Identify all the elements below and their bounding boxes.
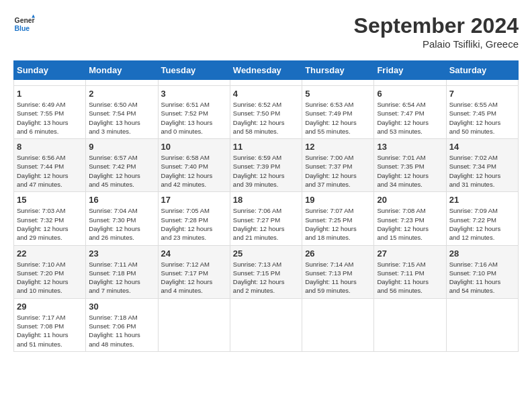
day-info: Sunrise: 7:00 AM Sunset: 7:37 PM Dayligh… xyxy=(305,153,371,189)
day-number: 11 xyxy=(233,142,299,152)
week-row-4: 15Sunrise: 7:03 AM Sunset: 7:32 PM Dayli… xyxy=(14,192,519,245)
svg-marker-2 xyxy=(32,15,35,18)
week-row-3: 8Sunrise: 6:56 AM Sunset: 7:44 PM Daylig… xyxy=(14,139,519,192)
day-info: Sunrise: 6:57 AM Sunset: 7:42 PM Dayligh… xyxy=(89,153,154,189)
column-header-friday: Friday xyxy=(374,61,446,80)
svg-text:Blue: Blue xyxy=(15,25,30,32)
day-number: 30 xyxy=(89,302,154,312)
calendar-cell: 26Sunrise: 7:14 AM Sunset: 7:13 PM Dayli… xyxy=(302,245,374,298)
column-header-wednesday: Wednesday xyxy=(230,61,302,80)
day-number: 2 xyxy=(89,89,154,99)
calendar-cell: 28Sunrise: 7:16 AM Sunset: 7:10 PM Dayli… xyxy=(446,245,518,298)
day-number: 17 xyxy=(161,195,227,205)
column-header-monday: Monday xyxy=(86,61,158,80)
calendar-cell: 6Sunrise: 6:54 AM Sunset: 7:47 PM Daylig… xyxy=(374,86,446,139)
day-number: 4 xyxy=(233,89,299,99)
calendar-cell: 21Sunrise: 7:09 AM Sunset: 7:22 PM Dayli… xyxy=(446,192,518,245)
day-info: Sunrise: 6:55 AM Sunset: 7:45 PM Dayligh… xyxy=(449,100,515,136)
calendar-cell: 18Sunrise: 7:06 AM Sunset: 7:27 PM Dayli… xyxy=(230,192,302,245)
day-number: 28 xyxy=(449,248,515,259)
day-info: Sunrise: 7:16 AM Sunset: 7:10 PM Dayligh… xyxy=(449,260,515,295)
day-info: Sunrise: 7:10 AM Sunset: 7:20 PM Dayligh… xyxy=(17,260,83,295)
day-number: 27 xyxy=(377,248,443,259)
title-block: September 2024 Palaio Tsifliki, Greece xyxy=(354,13,519,50)
day-number: 10 xyxy=(161,142,227,152)
column-header-sunday: Sunday xyxy=(14,61,86,80)
day-number: 13 xyxy=(377,142,443,152)
day-number: 6 xyxy=(377,89,443,99)
calendar-cell: 10Sunrise: 6:58 AM Sunset: 7:40 PM Dayli… xyxy=(158,139,230,192)
day-number: 12 xyxy=(305,142,371,152)
week-row-2: 1Sunrise: 6:49 AM Sunset: 7:55 PM Daylig… xyxy=(14,86,519,139)
calendar-cell: 22Sunrise: 7:10 AM Sunset: 7:20 PM Dayli… xyxy=(14,245,86,298)
day-number: 18 xyxy=(233,195,299,205)
calendar-cell: 16Sunrise: 7:04 AM Sunset: 7:30 PM Dayli… xyxy=(86,192,158,245)
day-info: Sunrise: 6:52 AM Sunset: 7:50 PM Dayligh… xyxy=(233,100,299,136)
day-number: 5 xyxy=(305,89,371,99)
week-row-5: 22Sunrise: 7:10 AM Sunset: 7:20 PM Dayli… xyxy=(14,245,519,298)
calendar-cell: 8Sunrise: 6:56 AM Sunset: 7:44 PM Daylig… xyxy=(14,139,86,192)
calendar-cell: 12Sunrise: 7:00 AM Sunset: 7:37 PM Dayli… xyxy=(302,139,374,192)
calendar-cell: 23Sunrise: 7:11 AM Sunset: 7:18 PM Dayli… xyxy=(86,245,158,298)
day-info: Sunrise: 7:11 AM Sunset: 7:18 PM Dayligh… xyxy=(89,260,154,295)
day-info: Sunrise: 7:15 AM Sunset: 7:11 PM Dayligh… xyxy=(377,260,443,295)
day-number: 25 xyxy=(233,248,299,259)
day-info: Sunrise: 6:54 AM Sunset: 7:47 PM Dayligh… xyxy=(377,100,443,136)
day-info: Sunrise: 7:13 AM Sunset: 7:15 PM Dayligh… xyxy=(233,260,299,295)
day-number: 23 xyxy=(89,248,154,259)
logo-icon: General Blue xyxy=(13,13,35,35)
calendar-cell: 11Sunrise: 6:59 AM Sunset: 7:39 PM Dayli… xyxy=(230,139,302,192)
day-number: 8 xyxy=(17,142,83,152)
day-info: Sunrise: 7:06 AM Sunset: 7:27 PM Dayligh… xyxy=(233,206,299,242)
day-info: Sunrise: 6:58 AM Sunset: 7:40 PM Dayligh… xyxy=(161,153,227,189)
page-header: General Blue September 2024 Palaio Tsifl… xyxy=(13,13,519,50)
calendar-cell: 25Sunrise: 7:13 AM Sunset: 7:15 PM Dayli… xyxy=(230,245,302,298)
day-number: 22 xyxy=(17,248,83,259)
day-info: Sunrise: 7:03 AM Sunset: 7:32 PM Dayligh… xyxy=(17,206,83,242)
calendar-cell xyxy=(158,298,230,351)
calendar-cell: 27Sunrise: 7:15 AM Sunset: 7:11 PM Dayli… xyxy=(374,245,446,298)
calendar-cell: 1Sunrise: 6:49 AM Sunset: 7:55 PM Daylig… xyxy=(14,86,86,139)
calendar-cell: 2Sunrise: 6:50 AM Sunset: 7:54 PM Daylig… xyxy=(86,86,158,139)
calendar-cell: 29Sunrise: 7:17 AM Sunset: 7:08 PM Dayli… xyxy=(14,298,86,351)
calendar-cell: 4Sunrise: 6:52 AM Sunset: 7:50 PM Daylig… xyxy=(230,86,302,139)
day-number: 29 xyxy=(17,302,83,312)
calendar-cell xyxy=(230,298,302,351)
week-row-6: 29Sunrise: 7:17 AM Sunset: 7:08 PM Dayli… xyxy=(14,298,519,351)
calendar-cell: 15Sunrise: 7:03 AM Sunset: 7:32 PM Dayli… xyxy=(14,192,86,245)
calendar-cell xyxy=(446,80,518,86)
day-info: Sunrise: 6:59 AM Sunset: 7:39 PM Dayligh… xyxy=(233,153,299,189)
day-info: Sunrise: 6:53 AM Sunset: 7:49 PM Dayligh… xyxy=(305,100,371,136)
day-number: 19 xyxy=(305,195,371,205)
day-info: Sunrise: 6:51 AM Sunset: 7:52 PM Dayligh… xyxy=(161,100,227,136)
day-number: 24 xyxy=(161,248,227,259)
day-info: Sunrise: 7:08 AM Sunset: 7:23 PM Dayligh… xyxy=(377,206,443,242)
day-number: 16 xyxy=(89,195,154,205)
calendar-table: SundayMondayTuesdayWednesdayThursdayFrid… xyxy=(13,60,519,352)
calendar-cell: 20Sunrise: 7:08 AM Sunset: 7:23 PM Dayli… xyxy=(374,192,446,245)
calendar-subtitle: Palaio Tsifliki, Greece xyxy=(354,38,519,50)
day-number: 26 xyxy=(305,248,371,259)
calendar-cell: 9Sunrise: 6:57 AM Sunset: 7:42 PM Daylig… xyxy=(86,139,158,192)
day-number: 3 xyxy=(161,89,227,99)
day-info: Sunrise: 6:49 AM Sunset: 7:55 PM Dayligh… xyxy=(17,100,83,136)
calendar-cell: 24Sunrise: 7:12 AM Sunset: 7:17 PM Dayli… xyxy=(158,245,230,298)
day-info: Sunrise: 7:07 AM Sunset: 7:25 PM Dayligh… xyxy=(305,206,371,242)
day-info: Sunrise: 7:14 AM Sunset: 7:13 PM Dayligh… xyxy=(305,260,371,295)
day-number: 15 xyxy=(17,195,83,205)
day-info: Sunrise: 7:18 AM Sunset: 7:06 PM Dayligh… xyxy=(89,313,154,349)
calendar-header-row: SundayMondayTuesdayWednesdayThursdayFrid… xyxy=(14,61,519,80)
calendar-cell: 7Sunrise: 6:55 AM Sunset: 7:45 PM Daylig… xyxy=(446,86,518,139)
svg-text:General: General xyxy=(15,17,35,24)
calendar-cell: 3Sunrise: 6:51 AM Sunset: 7:52 PM Daylig… xyxy=(158,86,230,139)
day-info: Sunrise: 6:56 AM Sunset: 7:44 PM Dayligh… xyxy=(17,153,83,189)
day-number: 20 xyxy=(377,195,443,205)
calendar-cell: 30Sunrise: 7:18 AM Sunset: 7:06 PM Dayli… xyxy=(86,298,158,351)
calendar-cell xyxy=(86,80,158,86)
day-info: Sunrise: 6:50 AM Sunset: 7:54 PM Dayligh… xyxy=(89,100,154,136)
day-info: Sunrise: 7:02 AM Sunset: 7:34 PM Dayligh… xyxy=(449,153,515,189)
calendar-cell xyxy=(302,298,374,351)
calendar-cell xyxy=(446,298,518,351)
day-info: Sunrise: 7:12 AM Sunset: 7:17 PM Dayligh… xyxy=(161,260,227,295)
day-info: Sunrise: 7:09 AM Sunset: 7:22 PM Dayligh… xyxy=(449,206,515,242)
